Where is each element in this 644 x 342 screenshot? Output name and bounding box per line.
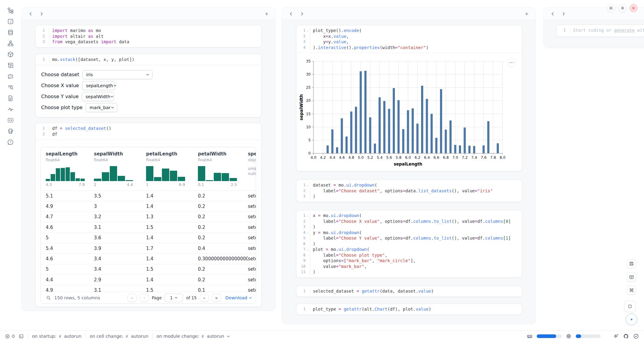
cell-empty-new[interactable]: 1Start coding or generate with [556, 25, 644, 37]
first-page-button[interactable]: « [127, 294, 137, 302]
code-editor[interactable]: 1df = selected_dataset()2df [36, 123, 261, 139]
chart-options-button[interactable] [507, 58, 516, 67]
cell-dataframe[interactable]: 1df = selected_dataset()2df sepalLengthf… [35, 123, 262, 307]
function-icon[interactable]: f [6, 17, 15, 26]
keyboard-shortcuts-button[interactable]: ⌘ [627, 286, 636, 295]
code-line[interactable]: 7›plot = mo.ui.dropdown( [296, 247, 522, 252]
chatbot-icon[interactable] [6, 72, 15, 81]
layout-button[interactable] [627, 273, 636, 282]
code-line[interactable]: 2 label="Choose X value", options=df.col… [296, 219, 522, 224]
add-cell-button[interactable] [263, 10, 270, 18]
document-icon[interactable] [6, 94, 15, 103]
error-count-badge[interactable]: 0 [5, 334, 15, 339]
close-panel-button[interactable] [629, 4, 638, 12]
cell-xy-plot-dropdowns[interactable]: 1›x = mo.ui.dropdown(2 label="Choose X v… [296, 210, 522, 278]
check-circle-icon[interactable] [633, 333, 639, 339]
dropdown-select-choose-y-value[interactable]: sepalWidth [82, 92, 114, 101]
code-block-icon[interactable] [6, 116, 15, 125]
code-line[interactable]: 1›plot_type().encode( [296, 28, 522, 34]
table-column-header[interactable]: petalLengthfloat6416.9 [146, 151, 198, 191]
panel-back-button[interactable] [27, 10, 34, 18]
dropdown-select-choose-dataset[interactable]: iris [82, 70, 152, 79]
code-editor[interactable]: 1import marimo as mo2import altair as al… [36, 25, 261, 47]
table-column-header[interactable]: speciesobjectunique:nulls: [248, 151, 256, 191]
runtime-config-module-change[interactable]: on module change:autorun [156, 334, 230, 339]
scratchpad-icon[interactable] [6, 126, 15, 136]
table-column-header[interactable]: sepalLengthfloat644.37.9 [46, 151, 94, 191]
code-line[interactable]: 3 y=y.value, [296, 39, 522, 45]
code-line[interactable]: 1df = selected_dataset() [36, 126, 261, 131]
menu-button[interactable] [607, 4, 615, 12]
code-line[interactable]: 1plot_type = getattr(alt.Chart(df), plot… [296, 306, 522, 312]
search-icon[interactable] [46, 295, 51, 301]
altair-bar-chart[interactable]: 4.04.24.44.64.85.05.25.45.65.86.06.26.46… [299, 57, 509, 169]
code-editor[interactable]: 1mo.vstack([dataset, x, y, plot]) [36, 54, 261, 65]
terminal-button[interactable] [19, 334, 24, 339]
settings-button[interactable] [618, 4, 627, 12]
code-line[interactable]: 3) [296, 194, 522, 199]
code-line[interactable]: 4).interactive().properties(width="conta… [296, 45, 522, 51]
package-icon[interactable] [6, 50, 15, 59]
code-line[interactable]: 2 label="Choose dataset", options=data.l… [296, 188, 522, 194]
code-line[interactable]: 2import altair as alt [36, 34, 261, 39]
cell-selected-dataset[interactable]: 1selected_dataset = getattr(data, datase… [296, 286, 522, 297]
code-line[interactable]: 3) [296, 224, 522, 230]
page-select[interactable]: 1 [165, 294, 183, 302]
fold-chevron-icon[interactable]: › [305, 249, 311, 251]
github-icon[interactable] [623, 333, 629, 339]
dropdown-select-choose-x-value[interactable]: sepalLength [82, 81, 115, 90]
code-line[interactable]: 4›y = mo.ui.dropdown( [296, 230, 522, 236]
code-line[interactable]: 3from vega_datasets import data [36, 39, 261, 45]
code-line[interactable]: 1›x = mo.ui.dropdown( [296, 213, 522, 219]
panel-back-button[interactable] [549, 10, 556, 18]
last-page-button[interactable]: » [212, 294, 221, 302]
file-tree-icon[interactable] [6, 6, 15, 15]
ai-sparkle-icon[interactable] [613, 333, 619, 339]
code-editor[interactable]: 1›x = mo.ui.dropdown(2 label="Choose X v… [296, 210, 522, 277]
runtime-config-startup[interactable]: on startup:autorun [32, 334, 81, 339]
code-line[interactable]: 1import marimo as mo [36, 28, 261, 34]
fold-chevron-icon[interactable]: › [305, 215, 311, 217]
app-view-button[interactable] [624, 301, 636, 312]
code-line[interactable]: 6) [296, 241, 522, 247]
panel-forward-button[interactable] [38, 10, 45, 18]
script-icon[interactable] [6, 61, 15, 70]
code-editor[interactable]: 1›plot_type().encode(2 x=x.value,3 y=y.v… [296, 25, 522, 53]
cell-plot-type[interactable]: 1plot_type = getattr(alt.Chart(df), plot… [296, 304, 522, 315]
activity-icon[interactable] [6, 105, 15, 114]
logs-search-icon[interactable] [6, 83, 15, 92]
panel-back-button[interactable] [287, 10, 295, 18]
download-button[interactable]: Download [225, 295, 252, 300]
code-line[interactable]: 2df [36, 131, 261, 137]
cell-vstack[interactable]: 1mo.vstack([dataset, x, y, plot]) Choose… [35, 54, 262, 117]
code-line[interactable]: 5 label="Choose Y value", options=df.col… [296, 235, 522, 241]
database-icon[interactable] [6, 28, 15, 37]
fold-chevron-icon[interactable]: › [305, 30, 311, 32]
code-line[interactable]: 1›dataset = mo.ui.dropdown( [296, 182, 522, 188]
panel-forward-button[interactable] [298, 10, 306, 18]
dependency-graph-icon[interactable] [6, 39, 15, 48]
code-editor[interactable]: 1plot_type = getattr(alt.Chart(df), plot… [296, 304, 522, 315]
save-button[interactable] [627, 259, 636, 268]
code-line[interactable]: 1mo.vstack([dataset, x, y, plot]) [36, 57, 261, 62]
cell-plot[interactable]: 1›plot_type().encode(2 x=x.value,3 y=y.v… [296, 25, 522, 171]
code-line[interactable]: 2 x=x.value, [296, 34, 522, 39]
code-line[interactable]: 9 options=["mark_bar", "mark_circle"], [296, 258, 522, 264]
next-page-button[interactable]: › [200, 294, 209, 302]
code-editor[interactable]: 1Start coding or generate with [556, 25, 644, 36]
help-icon[interactable]: ? [6, 137, 15, 147]
code-editor[interactable]: 1›dataset = mo.ui.dropdown(2 label="Choo… [296, 180, 522, 202]
code-editor[interactable]: 1selected_dataset = getattr(data, datase… [296, 286, 522, 297]
prev-page-button[interactable]: ‹ [140, 294, 149, 302]
panel-forward-button[interactable] [560, 10, 567, 18]
table-column-header[interactable]: sepalWidthfloat6424.4 [94, 151, 146, 191]
run-all-button[interactable] [626, 314, 637, 325]
cell-dataset-dropdown[interactable]: 1›dataset = mo.ui.dropdown(2 label="Choo… [296, 180, 522, 202]
code-line[interactable]: 8 label="Choose plot type", [296, 252, 522, 258]
code-line[interactable]: 10 value="mark_bar", [296, 264, 522, 269]
cell-imports[interactable]: 1import marimo as mo2import altair as al… [35, 25, 262, 48]
table-column-header[interactable]: petalWidthfloat640.12.5 [198, 151, 248, 191]
fold-chevron-icon[interactable]: › [305, 185, 311, 187]
dropdown-select-choose-plot-type[interactable]: mark_bar [86, 103, 117, 112]
fold-chevron-icon[interactable]: › [305, 232, 311, 234]
